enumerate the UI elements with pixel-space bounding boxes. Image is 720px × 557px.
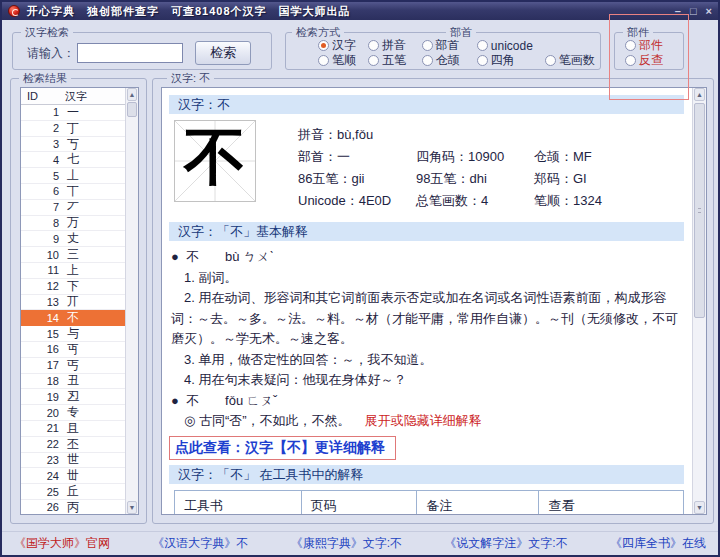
list-item[interactable]: 12下 <box>21 279 125 295</box>
row-hanzi: 丙 <box>59 499 125 515</box>
list-item[interactable]: 3丂 <box>21 137 125 153</box>
row-id: 1 <box>21 106 59 118</box>
radio-icon <box>318 40 329 51</box>
list-item[interactable]: 5丄 <box>21 168 125 184</box>
status-link[interactable]: 《四库全书》在线 <box>610 535 706 552</box>
row-id: 5 <box>21 170 59 182</box>
list-item[interactable]: 10三 <box>21 247 125 263</box>
mode-column: 笔画数 <box>545 38 600 68</box>
row-id: 22 <box>21 438 59 450</box>
list-item[interactable]: 26丙 <box>21 500 125 515</box>
row-hanzi: 万 <box>59 214 125 231</box>
status-link[interactable]: 《汉语大字典》不 <box>152 535 248 552</box>
list-item[interactable]: 13丌 <box>21 295 125 311</box>
definition-last-line: ◎ 古同“否”，不如此，不然。 展开或隐藏详细解释 <box>171 411 684 432</box>
radio-icon <box>368 40 379 51</box>
info-field: 部首：一 <box>298 148 416 166</box>
hanzi-search-group: 汉字检索 请输入： 检索 <box>12 32 272 70</box>
row-id: 12 <box>21 280 59 292</box>
section-header-reference-books: 汉字：「不」 在工具书中的解释 <box>169 465 684 484</box>
row-id: 4 <box>21 154 59 166</box>
row-id: 25 <box>21 486 59 498</box>
status-link[interactable]: 《康熙字典》文字:不 <box>291 535 402 552</box>
list-item[interactable]: 9丈 <box>21 231 125 247</box>
scroll-up-icon[interactable]: ▲ <box>127 88 137 101</box>
search-input[interactable] <box>77 43 183 63</box>
row-hanzi: 丗 <box>59 467 125 484</box>
list-item[interactable]: 7丆 <box>21 200 125 216</box>
list-item[interactable]: 15与 <box>21 326 125 342</box>
row-hanzi: 与 <box>59 325 125 342</box>
list-item[interactable]: 17丐 <box>21 358 125 374</box>
info-row: Unicode：4E0D总笔画数：4笔顺：1324 <box>298 190 652 212</box>
list-item[interactable]: 4七 <box>21 152 125 168</box>
character-grid-box: 不 <box>174 120 256 202</box>
minimize-button[interactable]: – <box>675 6 681 17</box>
radio-option-拼音[interactable]: 拼音 <box>368 38 422 53</box>
list-item[interactable]: 1一 <box>21 105 125 121</box>
list-item[interactable]: 14不 <box>21 310 125 326</box>
status-link[interactable]: 《说文解字注》文字:不 <box>444 535 567 552</box>
list-item[interactable]: 21且 <box>21 421 125 437</box>
row-hanzi: 专 <box>59 404 125 421</box>
list-item[interactable]: 16丏 <box>21 342 125 358</box>
radio-label: 反查 <box>639 52 663 69</box>
list-item[interactable]: 11上 <box>21 263 125 279</box>
radio-option-五笔[interactable]: 五笔 <box>368 53 422 68</box>
list-item[interactable]: 24丗 <box>21 468 125 484</box>
row-hanzi: 丕 <box>59 436 125 453</box>
search-button[interactable]: 检索 <box>195 41 251 65</box>
row-hanzi: 七 <box>59 151 125 168</box>
row-id: 20 <box>21 407 59 419</box>
radical-group-legend: 部首 <box>446 25 476 40</box>
row-id: 21 <box>21 422 59 434</box>
scroll-down-icon[interactable]: ▼ <box>694 501 705 514</box>
radio-label: 五笔 <box>382 52 406 69</box>
toggle-detail-link[interactable]: 展开或隐藏详细解释 <box>365 411 482 432</box>
results-listbox: ID 汉字 1一2丁3丂4七5丄6丅7丆8万9丈10三11上12下13丌14不1… <box>20 87 139 515</box>
list-item[interactable]: 2丁 <box>21 121 125 137</box>
list-item[interactable]: 19丒 <box>21 389 125 405</box>
row-id: 10 <box>21 249 59 261</box>
results-scroll-thumb[interactable] <box>127 102 137 117</box>
row-id: 26 <box>21 501 59 513</box>
radio-label: unicode <box>491 39 533 53</box>
list-item[interactable]: 20专 <box>21 405 125 421</box>
radio-option-汉字[interactable]: 汉字 <box>318 38 368 53</box>
status-link[interactable]: 《国学大师》官网 <box>14 535 110 552</box>
radio-option-反查[interactable]: 反查 <box>625 53 683 68</box>
radio-option-笔画数[interactable]: 笔画数 <box>545 53 600 68</box>
radio-option-四角[interactable]: 四角 <box>477 53 545 68</box>
list-item[interactable]: 8万 <box>21 216 125 232</box>
scroll-up-icon[interactable]: ▲ <box>694 88 705 101</box>
list-item[interactable]: 6丅 <box>21 184 125 200</box>
row-id: 14 <box>21 312 59 324</box>
list-item[interactable]: 25丘 <box>21 484 125 500</box>
detail-group-legend: 汉字: 不 <box>167 71 214 86</box>
detail-scrollbar[interactable]: ▲ ▼ <box>692 88 706 514</box>
maximize-button[interactable]: □ <box>690 6 697 17</box>
radio-option-仓颉[interactable]: 仓颉 <box>422 53 477 68</box>
section-header-basic-explain: 汉字：「不」基本解释 <box>169 222 684 241</box>
radio-icon <box>625 40 636 51</box>
radio-icon <box>625 55 636 66</box>
list-item[interactable]: 23世 <box>21 453 125 469</box>
close-button[interactable]: × <box>706 6 712 17</box>
radio-option-笔顺[interactable]: 笔顺 <box>318 53 368 68</box>
radio-option-部首[interactable]: 部首 <box>422 38 477 53</box>
definition-line: ● 不 fǒu ㄈㄡˇ <box>171 391 684 412</box>
status-bar: 《国学大师》官网《汉语大字典》不《康熙字典》文字:不《说文解字注》文字:不《四库… <box>2 531 718 555</box>
radio-option-部件[interactable]: 部件 <box>625 38 683 53</box>
scroll-down-icon[interactable]: ▼ <box>127 501 137 514</box>
section-header-hanzi: 汉字：不 <box>169 95 684 114</box>
app-window: 开心字典 独创部件查字 可查81408个汉字 国学大师出品 – □ × 汉字检索… <box>0 0 720 557</box>
results-scrollbar[interactable]: ▲ ▼ <box>125 88 138 514</box>
more-detail-link[interactable]: 点此查看：汉字【不】更详细解释 <box>175 439 385 455</box>
info-field: 仓颉：MF <box>534 148 652 166</box>
detail-scroll-thumb[interactable] <box>694 103 705 318</box>
row-hanzi: 世 <box>59 451 125 468</box>
radio-option-unicode[interactable]: unicode <box>477 38 545 53</box>
list-item[interactable]: 22丕 <box>21 437 125 453</box>
table-header-row: 工具书页码备注查看 <box>175 490 684 514</box>
list-item[interactable]: 18丑 <box>21 374 125 390</box>
